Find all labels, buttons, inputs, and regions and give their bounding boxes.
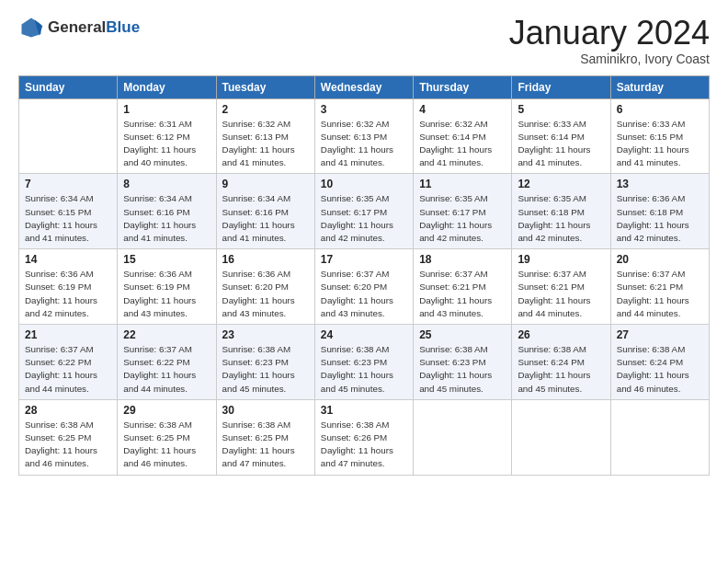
calendar-cell: 10 Sunrise: 6:35 AMSunset: 6:17 PMDaylig…	[314, 174, 413, 249]
day-detail: Sunrise: 6:38 AMSunset: 6:24 PMDaylight:…	[617, 344, 689, 394]
calendar-cell: 26 Sunrise: 6:38 AMSunset: 6:24 PMDaylig…	[512, 325, 610, 400]
day-number: 6	[617, 103, 703, 116]
calendar-cell: 19 Sunrise: 6:37 AMSunset: 6:21 PMDaylig…	[512, 249, 610, 325]
day-detail: Sunrise: 6:32 AMSunset: 6:13 PMDaylight:…	[321, 119, 393, 168]
logo-text: GeneralBlue	[48, 18, 140, 37]
day-number: 25	[419, 328, 506, 341]
logo-general: General	[48, 18, 106, 36]
month-title: January 2024	[509, 15, 710, 52]
day-number: 7	[25, 178, 111, 190]
day-detail: Sunrise: 6:36 AMSunset: 6:19 PMDaylight:…	[123, 269, 196, 318]
day-detail: Sunrise: 6:32 AMSunset: 6:14 PMDaylight:…	[419, 119, 492, 168]
calendar-cell: 1 Sunrise: 6:31 AMSunset: 6:12 PMDayligh…	[118, 98, 216, 174]
week-row-3: 14 Sunrise: 6:36 AMSunset: 6:19 PMDaylig…	[19, 249, 710, 325]
day-detail: Sunrise: 6:38 AMSunset: 6:25 PMDaylight:…	[123, 419, 196, 469]
week-row-1: 1 Sunrise: 6:31 AMSunset: 6:12 PMDayligh…	[19, 98, 710, 174]
day-number: 3	[321, 103, 407, 116]
calendar-cell: 12 Sunrise: 6:35 AMSunset: 6:18 PMDaylig…	[512, 174, 610, 249]
day-detail: Sunrise: 6:32 AMSunset: 6:13 PMDaylight:…	[222, 119, 295, 168]
day-detail: Sunrise: 6:38 AMSunset: 6:25 PMDaylight:…	[222, 419, 295, 469]
day-number: 27	[617, 328, 703, 341]
day-number: 1	[123, 103, 210, 116]
calendar-cell: 8 Sunrise: 6:34 AMSunset: 6:16 PMDayligh…	[118, 174, 216, 249]
calendar-cell: 4 Sunrise: 6:32 AMSunset: 6:14 PMDayligh…	[414, 98, 512, 174]
col-sunday: Sunday	[19, 75, 118, 98]
calendar-cell: 25 Sunrise: 6:38 AMSunset: 6:23 PMDaylig…	[414, 325, 512, 400]
day-detail: Sunrise: 6:36 AMSunset: 6:18 PMDaylight:…	[617, 193, 689, 243]
day-number: 21	[25, 328, 111, 341]
calendar-cell: 7 Sunrise: 6:34 AMSunset: 6:15 PMDayligh…	[19, 174, 118, 249]
day-detail: Sunrise: 6:37 AMSunset: 6:20 PMDaylight:…	[321, 269, 393, 318]
day-detail: Sunrise: 6:38 AMSunset: 6:25 PMDaylight:…	[25, 419, 97, 469]
day-number: 4	[419, 103, 506, 116]
day-detail: Sunrise: 6:38 AMSunset: 6:23 PMDaylight:…	[419, 344, 492, 394]
header-row: GeneralBlue January 2024 Saminikro, Ivor…	[18, 15, 710, 66]
calendar-cell: 23 Sunrise: 6:38 AMSunset: 6:23 PMDaylig…	[216, 325, 314, 400]
calendar-cell: 2 Sunrise: 6:32 AMSunset: 6:13 PMDayligh…	[216, 98, 314, 174]
day-detail: Sunrise: 6:34 AMSunset: 6:16 PMDaylight:…	[222, 193, 295, 243]
logo-icon	[18, 15, 44, 40]
calendar-cell: 5 Sunrise: 6:33 AMSunset: 6:14 PMDayligh…	[512, 98, 610, 174]
calendar-cell: 11 Sunrise: 6:35 AMSunset: 6:17 PMDaylig…	[414, 174, 512, 249]
col-friday: Friday	[512, 75, 610, 98]
day-number: 9	[222, 178, 309, 190]
col-monday: Monday	[118, 75, 216, 98]
day-detail: Sunrise: 6:36 AMSunset: 6:20 PMDaylight:…	[222, 269, 295, 318]
calendar-cell	[414, 399, 512, 475]
calendar-cell: 24 Sunrise: 6:38 AMSunset: 6:23 PMDaylig…	[314, 325, 413, 400]
day-number: 8	[123, 178, 210, 190]
day-number: 17	[321, 253, 407, 266]
calendar-cell	[610, 399, 709, 475]
day-detail: Sunrise: 6:37 AMSunset: 6:22 PMDaylight:…	[123, 344, 196, 394]
day-number: 15	[123, 253, 210, 266]
day-detail: Sunrise: 6:37 AMSunset: 6:21 PMDaylight:…	[518, 269, 590, 318]
calendar-cell: 30 Sunrise: 6:38 AMSunset: 6:25 PMDaylig…	[216, 399, 314, 475]
day-number: 22	[123, 328, 210, 341]
calendar-table: Sunday Monday Tuesday Wednesday Thursday…	[18, 75, 710, 476]
title-block: January 2024 Saminikro, Ivory Coast	[509, 15, 710, 66]
logo: GeneralBlue	[18, 15, 140, 40]
calendar-cell: 31 Sunrise: 6:38 AMSunset: 6:26 PMDaylig…	[314, 399, 413, 475]
calendar-cell: 22 Sunrise: 6:37 AMSunset: 6:22 PMDaylig…	[118, 325, 216, 400]
day-number: 11	[419, 178, 506, 190]
col-tuesday: Tuesday	[216, 75, 314, 98]
calendar-cell	[19, 98, 118, 174]
day-number: 12	[518, 178, 604, 190]
day-detail: Sunrise: 6:38 AMSunset: 6:23 PMDaylight:…	[321, 344, 393, 394]
calendar-cell: 18 Sunrise: 6:37 AMSunset: 6:21 PMDaylig…	[414, 249, 512, 325]
day-number: 29	[123, 404, 210, 417]
week-row-4: 21 Sunrise: 6:37 AMSunset: 6:22 PMDaylig…	[19, 325, 710, 400]
calendar-cell: 28 Sunrise: 6:38 AMSunset: 6:25 PMDaylig…	[19, 399, 118, 475]
location-subtitle: Saminikro, Ivory Coast	[509, 52, 710, 66]
day-number: 14	[25, 253, 111, 266]
day-number: 10	[321, 178, 407, 190]
day-number: 2	[222, 103, 309, 116]
day-number: 13	[617, 178, 703, 190]
day-number: 19	[518, 253, 604, 266]
day-detail: Sunrise: 6:36 AMSunset: 6:19 PMDaylight:…	[25, 269, 97, 318]
calendar-cell: 6 Sunrise: 6:33 AMSunset: 6:15 PMDayligh…	[610, 98, 709, 174]
day-detail: Sunrise: 6:35 AMSunset: 6:17 PMDaylight:…	[321, 193, 393, 243]
day-detail: Sunrise: 6:37 AMSunset: 6:22 PMDaylight:…	[25, 344, 97, 394]
day-detail: Sunrise: 6:34 AMSunset: 6:16 PMDaylight:…	[123, 193, 196, 243]
day-detail: Sunrise: 6:38 AMSunset: 6:23 PMDaylight:…	[222, 344, 295, 394]
calendar-cell: 21 Sunrise: 6:37 AMSunset: 6:22 PMDaylig…	[19, 325, 118, 400]
calendar-cell: 17 Sunrise: 6:37 AMSunset: 6:20 PMDaylig…	[314, 249, 413, 325]
day-detail: Sunrise: 6:37 AMSunset: 6:21 PMDaylight:…	[419, 269, 492, 318]
day-number: 28	[25, 404, 111, 417]
col-wednesday: Wednesday	[314, 75, 413, 98]
day-detail: Sunrise: 6:38 AMSunset: 6:24 PMDaylight:…	[518, 344, 590, 394]
day-detail: Sunrise: 6:33 AMSunset: 6:14 PMDaylight:…	[518, 119, 590, 168]
week-row-5: 28 Sunrise: 6:38 AMSunset: 6:25 PMDaylig…	[19, 399, 710, 475]
calendar-cell: 15 Sunrise: 6:36 AMSunset: 6:19 PMDaylig…	[118, 249, 216, 325]
day-number: 23	[222, 328, 309, 341]
calendar-cell: 16 Sunrise: 6:36 AMSunset: 6:20 PMDaylig…	[216, 249, 314, 325]
day-number: 18	[419, 253, 506, 266]
day-number: 26	[518, 328, 604, 341]
week-row-2: 7 Sunrise: 6:34 AMSunset: 6:15 PMDayligh…	[19, 174, 710, 249]
calendar-cell: 29 Sunrise: 6:38 AMSunset: 6:25 PMDaylig…	[118, 399, 216, 475]
page-container: GeneralBlue January 2024 Saminikro, Ivor…	[0, 0, 728, 485]
day-number: 16	[222, 253, 309, 266]
calendar-cell	[512, 399, 610, 475]
day-detail: Sunrise: 6:35 AMSunset: 6:17 PMDaylight:…	[419, 193, 492, 243]
